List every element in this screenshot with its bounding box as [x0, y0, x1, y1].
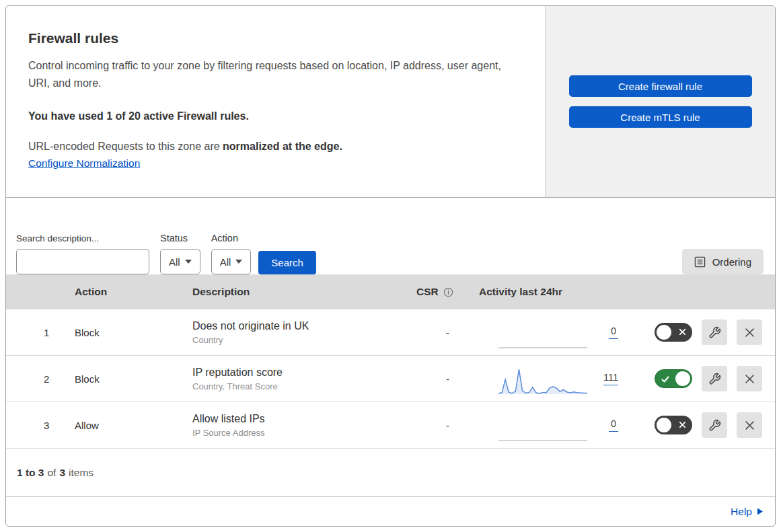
rule-match-fields: Country [192, 335, 411, 345]
rule-toggle[interactable] [655, 323, 692, 342]
filter-bar: Search description... Status All Action … [6, 198, 775, 274]
x-icon [679, 421, 686, 428]
wrench-icon [708, 419, 721, 432]
ordering-label: Ordering [712, 256, 751, 268]
rule-match-fields: Country, Threat Score [192, 381, 411, 391]
x-icon [743, 373, 756, 385]
header-section: Firewall rules Control incoming traffic … [6, 6, 775, 198]
delete-rule-button[interactable] [737, 412, 762, 438]
action-value: All [220, 256, 231, 268]
create-firewall-rule-button[interactable]: Create firewall rule [569, 75, 752, 97]
rule-toggle[interactable] [655, 416, 692, 434]
description-column-header: Description [192, 286, 411, 298]
x-icon [679, 328, 686, 336]
activity-sparkline [498, 319, 587, 350]
status-value: All [169, 256, 180, 268]
chevron-down-icon [185, 260, 192, 264]
rule-priority: 3 [6, 420, 75, 431]
status-filter-group: Status All [160, 233, 200, 274]
normalization-prefix: URL-encoded Requests to this zone are [28, 141, 223, 152]
rule-priority: 2 [6, 373, 75, 385]
rule-description-cell: Does not originate in UK Country [192, 320, 411, 345]
csr-column-header: CSR [411, 286, 474, 298]
activity-count-link[interactable]: 0 [609, 418, 618, 432]
status-label: Status [160, 233, 200, 243]
rule-csr-value: - [411, 373, 474, 385]
wrench-icon [708, 326, 721, 339]
delete-rule-button[interactable] [737, 366, 762, 391]
table-row: 3 Allow Allow listed IPs IP Source Addre… [6, 402, 775, 449]
rule-action: Block [75, 373, 192, 385]
action-filter-group: Action All [211, 233, 252, 274]
page-description: Control incoming traffic to your zone by… [28, 57, 513, 92]
triangle-right-icon [757, 508, 763, 515]
results-of: of [47, 467, 56, 479]
search-button[interactable]: Search [258, 251, 316, 274]
create-mtls-rule-button[interactable]: Create mTLS rule [569, 106, 752, 128]
rule-toggle[interactable] [655, 369, 692, 388]
search-group: Search description... [16, 233, 149, 274]
action-column-header: Action [75, 286, 192, 298]
search-input[interactable] [29, 256, 163, 268]
table-row: 2 Block IP reputation score Country, Thr… [6, 356, 775, 402]
table-header: Action Description CSR Activity last 24h… [6, 274, 775, 309]
results-total: 3 [59, 467, 65, 479]
rule-match-fields: IP Source Address [192, 428, 411, 438]
help-link[interactable]: Help [731, 506, 763, 518]
ordering-button[interactable]: Ordering [682, 249, 764, 274]
activity-column-header: Activity last 24hr [474, 286, 625, 298]
search-field[interactable] [16, 249, 149, 274]
delete-rule-button[interactable] [737, 319, 762, 345]
x-icon [743, 326, 756, 339]
normalization-bold: normalized at the edge. [223, 141, 342, 152]
activity-sparkline [498, 365, 587, 396]
check-icon [661, 375, 669, 383]
rule-controls [625, 319, 775, 345]
x-icon [743, 419, 756, 432]
csr-header-label: CSR [416, 286, 439, 298]
results-summary: 1 to 3 of 3 items [6, 449, 775, 497]
rule-action: Allow [75, 420, 192, 431]
list-document-icon [694, 256, 706, 268]
rule-description: Does not originate in UK [192, 320, 411, 332]
activity-count-link[interactable]: 0 [609, 326, 618, 339]
usage-note: You have used 1 of 20 active Firewall ru… [28, 110, 525, 122]
activity-count-link[interactable]: 111 [603, 372, 618, 385]
help-label: Help [731, 506, 752, 518]
table-body: 1 Block Does not originate in UK Country… [6, 309, 775, 449]
header-text-block: Firewall rules Control incoming traffic … [6, 6, 545, 197]
firewall-rules-card: Firewall rules Control incoming traffic … [5, 5, 776, 527]
results-items: items [69, 467, 94, 479]
page-title: Firewall rules [28, 30, 525, 46]
toggle-knob [657, 418, 671, 432]
table-row: 1 Block Does not originate in UK Country… [6, 309, 775, 356]
actions-side-panel: Create firewall rule Create mTLS rule [545, 6, 775, 197]
rule-description-cell: IP reputation score Country, Threat Scor… [192, 367, 411, 391]
rule-activity-cell: 0 [474, 408, 625, 443]
toggle-knob [675, 371, 690, 386]
rule-priority: 1 [6, 327, 75, 338]
activity-sparkline [498, 412, 587, 443]
action-dropdown[interactable]: All [211, 249, 252, 274]
rule-action: Block [75, 327, 192, 338]
rule-controls [625, 366, 775, 391]
chevron-down-icon [235, 260, 242, 264]
configure-normalization-link[interactable]: Configure Normalization [28, 157, 140, 169]
edit-rule-button[interactable] [702, 366, 727, 391]
edit-rule-button[interactable] [702, 412, 727, 438]
rule-csr-value: - [411, 420, 474, 431]
edit-rule-button[interactable] [702, 319, 727, 345]
rule-description: IP reputation score [192, 367, 411, 379]
wrench-icon [708, 373, 721, 385]
help-bar: Help [6, 497, 775, 526]
rule-csr-value: - [411, 327, 474, 338]
info-icon[interactable] [443, 287, 453, 297]
action-label: Action [211, 233, 252, 243]
status-dropdown[interactable]: All [160, 249, 200, 274]
toggle-knob [657, 325, 671, 340]
results-range: 1 to 3 [17, 467, 44, 479]
rule-activity-cell: 111 [474, 361, 625, 396]
search-label: Search description... [16, 233, 149, 243]
rule-activity-cell: 0 [474, 315, 625, 350]
rule-description-cell: Allow listed IPs IP Source Address [192, 413, 411, 438]
